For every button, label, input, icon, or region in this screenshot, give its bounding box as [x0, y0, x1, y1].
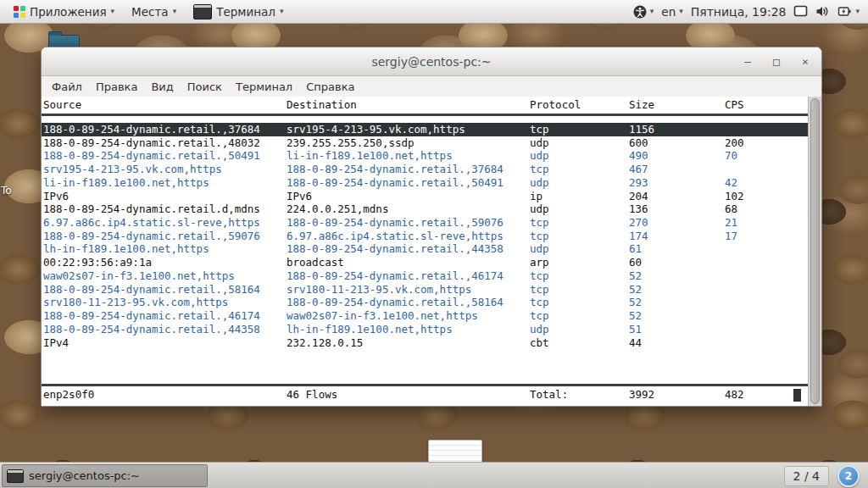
table-row[interactable]: 188-0-89-254-dynamic.retail.,37684srv195… [42, 123, 809, 136]
table-row[interactable]: 188-0-89-254-dynamic.retail.,58164srv180… [42, 283, 809, 297]
table-row[interactable]: waw02s07-in-f3.1e100.net,https188-0-89-2… [42, 269, 809, 283]
cell-src: srv195-4-213-95.vk.com,https [43, 163, 222, 176]
close-button[interactable]: × [799, 55, 811, 68]
cell-dst: 6.97.a86c.ip4.static.sl-reve,https [287, 230, 504, 243]
status-separator [42, 384, 809, 386]
cell-size: 1156 [629, 123, 654, 136]
header-cps: CPS [725, 98, 744, 112]
terminal-content[interactable]: Source Destination Protocol Size CPS 188… [42, 97, 821, 406]
cell-src: 00:22:93:56:a9:1a [43, 256, 152, 269]
table-row[interactable]: 188-0-89-254-dynamic.retail.d,mdns224.0.… [42, 202, 809, 216]
cell-src: 6.97.a86c.ip4.static.sl-reve,https [43, 216, 260, 230]
chevron-down-icon: ▾ [111, 8, 115, 15]
titlebar[interactable]: sergiy@centos-pc:~ – □ × [42, 47, 821, 76]
terminal-icon [193, 4, 212, 19]
cell-dst: 188-0-89-254-dynamic.retail.,37684 [287, 163, 504, 176]
table-row[interactable]: srv195-4-213-95.vk.com,https188-0-89-254… [42, 163, 809, 176]
menu-view[interactable]: Вид [144, 76, 180, 97]
table-row[interactable]: srv180-11-213-95.vk.com,https188-0-89-25… [42, 296, 809, 309]
cell-dst: IPv6 [287, 190, 312, 203]
desktop-mini-window-thumbnail[interactable] [428, 440, 482, 464]
taskbar-window-label: sergiy@centos-pc:~ [29, 469, 140, 482]
accessibility-menu[interactable]: ▾ [633, 5, 654, 19]
cell-size: 600 [629, 136, 648, 150]
applications-menu[interactable]: Приложения ▾ [5, 0, 123, 23]
cell-proto: arp [530, 256, 549, 269]
table-row[interactable]: 188-0-89-254-dynamic.retail.,50491li-in-… [42, 149, 809, 163]
active-app-menu[interactable]: Терминал ▾ [185, 0, 292, 23]
minimize-button[interactable]: – [742, 55, 754, 68]
cell-proto: tcp [530, 216, 549, 230]
desktop-icon-label: To [1, 185, 12, 197]
top-panel: Приложения ▾ Места ▾ Терминал ▾ ▾ en ▾ П… [0, 0, 868, 24]
cell-dst: srv195-4-213-95.vk.com,https [287, 123, 465, 136]
cell-proto: tcp [530, 296, 549, 309]
cell-proto: udp [530, 202, 549, 216]
cell-dst: 224.0.0.251,mdns [287, 202, 388, 216]
display-icon [793, 5, 808, 18]
terminal-icon [7, 469, 24, 483]
cell-dst: lh-in-f189.1e100.net,https [287, 323, 453, 336]
menu-file[interactable]: Файл [45, 76, 89, 97]
workspace-switcher[interactable]: 2 / 4 [784, 466, 829, 486]
cell-cps: 102 [725, 190, 744, 203]
cell-size: 52 [629, 283, 642, 297]
table-row[interactable]: IPv6IPv6ip204102 [42, 190, 809, 203]
maximize-button[interactable]: □ [771, 55, 782, 68]
system-menu[interactable]: ▾ [837, 5, 860, 18]
terminal-window: sergiy@centos-pc:~ – □ × Файл Правка Вид… [41, 47, 822, 407]
chevron-down-icon: ▾ [855, 8, 860, 15]
places-menu[interactable]: Места ▾ [123, 0, 185, 23]
notification-badge[interactable]: 2 [837, 465, 860, 487]
accessibility-icon [633, 5, 647, 19]
table-row[interactable]: li-in-f189.1e100.net,https188-0-89-254-d… [42, 176, 809, 190]
table-row[interactable]: 00:22:93:56:a9:1abroadcastarp60 [42, 256, 809, 269]
cell-size: 467 [629, 163, 648, 176]
clock[interactable]: Пятница, 19:28 [691, 5, 787, 19]
taskbar-window-button[interactable]: sergiy@centos-pc:~ [2, 464, 208, 487]
table-row[interactable]: 188-0-89-254-dynamic.retail.,48032239.25… [42, 136, 809, 150]
flow-rows: 188-0-89-254-dynamic.retail.,37684srv195… [42, 123, 809, 349]
cell-size: 60 [629, 256, 642, 269]
cell-src: 188-0-89-254-dynamic.retail.,48032 [43, 136, 260, 150]
menu-help[interactable]: Справка [299, 76, 361, 97]
cell-dst: li-in-f189.1e100.net,https [287, 149, 453, 163]
cell-proto: udp [530, 176, 549, 190]
table-row[interactable]: IPv4232.128.0.15cbt44 [42, 336, 809, 350]
table-row[interactable]: 188-0-89-254-dynamic.retail.,44358lh-in-… [42, 323, 809, 336]
menu-terminal[interactable]: Терминал [229, 76, 299, 97]
cell-src: 188-0-89-254-dynamic.retail.,44358 [43, 323, 260, 336]
table-row[interactable]: 6.97.a86c.ip4.static.sl-reve,https188-0-… [42, 216, 809, 230]
keyboard-layout-menu[interactable]: en ▾ [661, 5, 682, 19]
applications-label: Приложения [30, 5, 107, 19]
menu-search[interactable]: Поиск [181, 76, 229, 97]
applications-icon [14, 6, 25, 18]
table-row[interactable]: 188-0-89-254-dynamic.retail.,46174waw02s… [42, 309, 809, 323]
cell-cps: 70 [725, 149, 737, 163]
table-row[interactable]: 188-0-89-254-dynamic.retail.,590766.97.a… [42, 230, 809, 243]
scrollbar[interactable] [808, 97, 821, 406]
cell-src: 188-0-89-254-dynamic.retail.,58164 [43, 283, 260, 297]
cell-dst: waw02s07-in-f3.1e100.net,https [287, 309, 478, 323]
table-row[interactable]: lh-in-f189.1e100.net,https188-0-89-254-d… [42, 242, 809, 256]
chevron-down-icon: ▾ [280, 8, 284, 15]
cell-dst: 188-0-89-254-dynamic.retail.,59076 [287, 216, 504, 230]
status-total-label: Total: [530, 388, 568, 402]
cell-proto: tcp [530, 283, 549, 297]
cell-dst: 188-0-89-254-dynamic.retail.,58164 [287, 296, 504, 309]
cell-proto: tcp [530, 230, 549, 243]
terminal-cursor [793, 389, 801, 402]
cell-src: 188-0-89-254-dynamic.retail.,59076 [43, 230, 260, 243]
chevron-down-icon: ▾ [650, 8, 654, 15]
menu-edit[interactable]: Правка [89, 76, 144, 97]
cell-size: 44 [629, 336, 642, 350]
cell-size: 490 [629, 149, 648, 163]
cell-size: 52 [629, 296, 642, 309]
cell-cps: 42 [725, 176, 737, 190]
header-size: Size [629, 98, 654, 112]
scrollbar-thumb[interactable] [810, 98, 820, 404]
cell-size: 136 [629, 202, 648, 216]
status-total-cps: 482 [725, 388, 744, 402]
status-flows: 46 Flows [287, 388, 337, 402]
cell-proto: ip [530, 190, 542, 203]
